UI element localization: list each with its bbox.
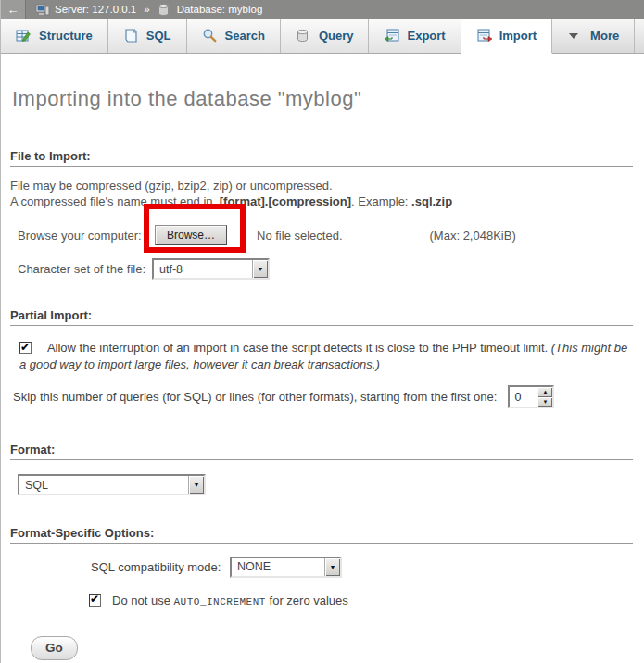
sql-icon [123, 28, 139, 44]
tab-label: Structure [39, 29, 93, 43]
browse-label: Browse your computer: [18, 229, 155, 243]
auto-increment-checkbox[interactable]: ✔ [89, 594, 101, 607]
charset-label: Character set of the file: [18, 262, 152, 276]
stepper-arrows: ▲ ▼ [537, 387, 552, 407]
skip-queries-label: Skip this number of queries (for SQL) or… [13, 390, 497, 404]
import-icon [476, 28, 492, 44]
back-button[interactable]: ← [1, 0, 26, 19]
tab-export[interactable]: Export [369, 19, 461, 53]
tab-query[interactable]: Query [281, 19, 370, 53]
format-select[interactable]: SQL ▼ [18, 474, 206, 495]
search-icon [202, 28, 218, 44]
section-heading-format-options: Format-Specific Options: [10, 526, 633, 544]
charset-selected-value: utf-8 [154, 260, 252, 278]
breadcrumb-bar: ← Server: 127.0.0.1 » Database: myblog [1, 0, 644, 19]
tab-label: Export [407, 29, 445, 43]
breadcrumb-database[interactable]: Database: myblog [177, 4, 263, 15]
go-button[interactable]: Go [31, 636, 78, 660]
dropdown-arrow-icon[interactable]: ▼ [252, 260, 268, 278]
stepper-up-button[interactable]: ▲ [537, 387, 552, 397]
file-upload-row: Browse your computer: Browse… No file se… [18, 224, 635, 246]
breadcrumb: Server: 127.0.0.1 » Database: myblog [35, 3, 262, 16]
section-heading-partial-import: Partial Import: [10, 308, 633, 326]
sql-compatibility-row: SQL compatibility mode: NONE ▼ [91, 556, 635, 578]
sql-compatibility-select[interactable]: NONE ▼ [230, 557, 342, 578]
skip-queries-row: Skip this number of queries (for SQL) or… [13, 385, 635, 408]
tab-structure[interactable]: Structure [1, 19, 108, 53]
tab-label: More [590, 29, 619, 43]
query-icon [296, 28, 311, 44]
server-icon [35, 3, 50, 16]
sql-compatibility-label: SQL compatibility mode: [91, 560, 230, 574]
allow-interruption-checkbox[interactable]: ✔ [19, 342, 32, 354]
tab-label: Search [225, 29, 265, 43]
checkmark-icon: ✔ [20, 340, 30, 357]
breadcrumb-separator: » [144, 4, 149, 15]
export-icon [384, 28, 399, 44]
back-arrow-icon: ← [7, 3, 19, 17]
checkmark-icon: ✔ [90, 593, 99, 606]
browse-button[interactable]: Browse… [155, 225, 227, 245]
page-title: Importing into the database "myblog" [12, 87, 635, 111]
structure-icon [16, 28, 32, 44]
format-row: SQL ▼ [18, 474, 635, 495]
tab-bar-filler [635, 19, 644, 53]
skip-queries-stepper[interactable]: 0 ▲ ▼ [508, 385, 554, 408]
main-content: Importing into the database "myblog" Fil… [1, 87, 644, 660]
section-heading-file-to-import: File to Import: [10, 149, 633, 167]
tab-search[interactable]: Search [187, 19, 281, 53]
allow-interruption-option: ✔ Allow the interruption of an import in… [19, 340, 635, 372]
auto-increment-text: Do not use AUTO_INCREMENT for zero value… [112, 594, 348, 607]
auto-increment-option: ✔ Do not use AUTO_INCREMENT for zero val… [89, 594, 635, 607]
charset-row: Character set of the file: utf-8 ▼ [18, 258, 635, 280]
tab-label: SQL [146, 29, 171, 43]
allow-interruption-text: Allow the interruption of an import in c… [47, 341, 551, 355]
format-selected-value: SQL [19, 476, 188, 494]
compression-line2: A compressed file's name must end in .[f… [10, 194, 635, 209]
chevron-down-icon [567, 28, 583, 44]
sql-compatibility-value: NONE [232, 558, 324, 576]
max-upload-size: (Max: 2,048KiB) [430, 229, 516, 243]
auto-increment-code: AUTO_INCREMENT [174, 596, 266, 607]
tab-sql[interactable]: SQL [108, 19, 187, 53]
no-file-selected-text: No file selected. [257, 229, 343, 243]
compression-line1: File may be compressed (gzip, bzip2, zip… [10, 178, 635, 194]
charset-select[interactable]: utf-8 ▼ [152, 258, 270, 280]
tab-import[interactable]: Import [461, 19, 552, 54]
dropdown-arrow-icon[interactable]: ▼ [188, 476, 204, 494]
compression-note: File may be compressed (gzip, bzip2, zip… [10, 178, 635, 209]
section-heading-format: Format: [10, 443, 633, 460]
dropdown-arrow-icon[interactable]: ▼ [324, 558, 340, 576]
skip-queries-value: 0 [510, 387, 537, 407]
tab-label: Import [499, 29, 537, 43]
tab-more[interactable]: More [552, 19, 635, 53]
database-icon [158, 3, 172, 16]
phpmyadmin-import-page: ← Server: 127.0.0.1 » Database: myblog [0, 0, 644, 663]
stepper-down-button[interactable]: ▼ [537, 397, 552, 407]
tab-bar: Structure SQL Search [1, 19, 644, 54]
tab-label: Query [319, 29, 354, 43]
breadcrumb-server[interactable]: Server: 127.0.0.1 [55, 4, 136, 15]
